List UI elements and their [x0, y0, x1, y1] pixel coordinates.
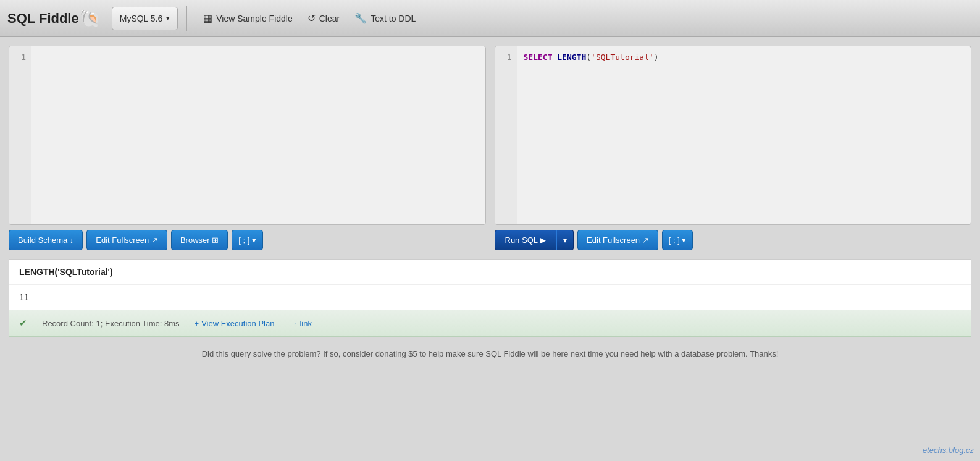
schema-edit-fullscreen-button[interactable]: Edit Fullscreen ↗: [86, 230, 167, 250]
run-sql-label: Run SQL ▶: [505, 235, 547, 245]
build-schema-label: Build Schema ↓: [18, 235, 73, 245]
schema-toolbar: Build Schema ↓ Edit Fullscreen ↗ Browser…: [9, 230, 486, 250]
check-icon: ✔: [19, 318, 27, 329]
footer-text: Did this query solve the problem? If so,…: [202, 349, 779, 358]
results-column-header: LENGTH('SQLTutorial'): [9, 260, 971, 285]
schema-semicolon-button[interactable]: [ ; ] ▾: [232, 230, 263, 250]
wrench-icon: 🔧: [354, 12, 367, 24]
refresh-icon: ↺: [308, 12, 316, 24]
view-sample-label: View Sample Fiddle: [216, 14, 292, 23]
query-toolbar: Run SQL ▶ ▾ Edit Fullscreen ↗ [ ; ] ▾: [495, 230, 972, 250]
status-bar: ✔ Record Count: 1; Execution Time: 8ms +…: [9, 310, 971, 337]
chevron-down-icon: ▾: [563, 236, 567, 245]
schema-edit-fullscreen-label: Edit Fullscreen ↗: [96, 235, 158, 245]
record-count-text: Record Count: 1; Execution Time: 8ms: [42, 319, 180, 328]
query-edit-fullscreen-label: Edit Fullscreen ↗: [587, 235, 649, 245]
query-semicolon-button[interactable]: [ ; ] ▾: [662, 230, 693, 250]
app-logo: SQL Fiddle🐚: [7, 8, 101, 28]
text-to-ddl-button[interactable]: 🔧 Text to DDL: [347, 7, 423, 30]
logo-icon: 🐚: [79, 8, 101, 28]
db-selector-button[interactable]: MySQL 5.6 ▾: [112, 7, 178, 30]
query-line-numbers: 1: [495, 46, 517, 224]
line-number-1: 1: [14, 53, 26, 62]
db-selector-label: MySQL 5.6: [120, 14, 163, 23]
run-sql-dropdown-button[interactable]: ▾: [556, 230, 574, 250]
schema-editor[interactable]: 1: [9, 46, 486, 225]
header: SQL Fiddle🐚 MySQL 5.6 ▾ ▦ View Sample Fi…: [0, 0, 980, 37]
footer: Did this query solve the problem? If so,…: [0, 345, 980, 362]
query-edit-fullscreen-button[interactable]: Edit Fullscreen ↗: [577, 230, 658, 250]
build-schema-button[interactable]: Build Schema ↓: [9, 230, 83, 250]
schema-line-numbers: 1: [9, 46, 31, 224]
query-panel: 1 SELECT LENGTH('SQLTutorial') Run SQL ▶…: [495, 46, 972, 250]
results-area: LENGTH('SQLTutorial') 11: [9, 259, 971, 310]
clear-button[interactable]: ↺ Clear: [300, 7, 347, 30]
run-sql-group: Run SQL ▶ ▾: [495, 230, 574, 250]
view-execution-plan-label: View Execution Plan: [201, 319, 274, 328]
header-divider: [186, 6, 187, 31]
link-button[interactable]: → link: [289, 319, 312, 328]
sql-string-literal: 'SQLTutorial': [591, 53, 654, 62]
line-number-1: 1: [500, 53, 512, 62]
schema-code-content[interactable]: [31, 46, 485, 224]
results-value: 11: [9, 285, 971, 310]
browser-label: Browser ⊞: [180, 235, 219, 245]
query-code-content[interactable]: SELECT LENGTH('SQLTutorial'): [517, 46, 971, 224]
query-semicolon-label: [ ; ] ▾: [669, 235, 687, 245]
run-sql-button[interactable]: Run SQL ▶: [495, 230, 557, 250]
sql-length-function: LENGTH: [557, 53, 586, 62]
browser-button[interactable]: Browser ⊞: [171, 230, 228, 250]
clear-label: Clear: [319, 14, 340, 23]
view-execution-plan-link[interactable]: + View Execution Plan: [195, 319, 275, 328]
sql-select-keyword: SELECT: [524, 53, 553, 62]
logo-text: SQL Fiddle: [7, 11, 79, 27]
link-label: link: [299, 319, 312, 328]
arrow-icon: →: [289, 319, 297, 328]
plus-icon: +: [195, 319, 199, 328]
chevron-down-icon: ▾: [166, 14, 170, 22]
query-editor[interactable]: 1 SELECT LENGTH('SQLTutorial'): [495, 46, 972, 225]
table-icon: ▦: [203, 12, 212, 24]
schema-panel: 1 Build Schema ↓ Edit Fullscreen ↗ Brows…: [9, 46, 486, 250]
main-area: 1 Build Schema ↓ Edit Fullscreen ↗ Brows…: [0, 37, 980, 250]
text-to-ddl-label: Text to DDL: [371, 14, 416, 23]
schema-semicolon-label: [ ; ] ▾: [238, 235, 256, 245]
view-sample-button[interactable]: ▦ View Sample Fiddle: [196, 7, 299, 30]
